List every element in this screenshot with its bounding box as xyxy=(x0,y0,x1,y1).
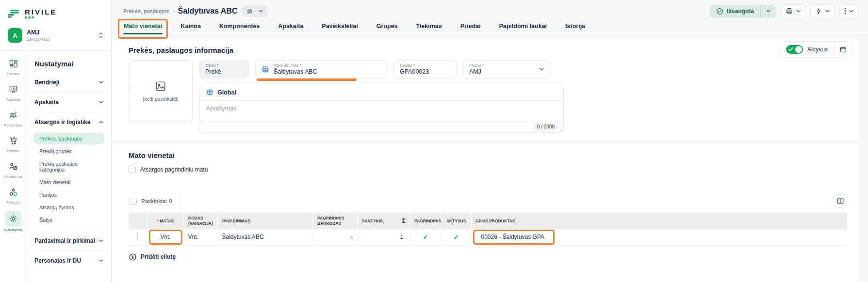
rail-item-personalas[interactable]: Personalas xyxy=(0,108,26,134)
fields-column: Tipas * Prekė Pavadinimas * Šaldytuvas A… xyxy=(199,60,564,133)
required-mark: * xyxy=(413,63,415,68)
pagrindinis-cell[interactable]: ✓ xyxy=(410,229,441,245)
column-settings-button[interactable] xyxy=(834,194,847,208)
rail-label: Personalas xyxy=(4,123,22,127)
image-icon xyxy=(155,80,166,92)
language-tab-global[interactable]: Global xyxy=(199,84,563,101)
menu-item-mato-vienetai[interactable]: Mato vienetai xyxy=(33,176,104,188)
tab-komponentes[interactable]: Komponentės xyxy=(219,22,260,34)
rail-label: Pardavimai xyxy=(4,174,22,179)
col-matas: *MATAS xyxy=(147,213,184,229)
select-all-checkbox[interactable] xyxy=(130,198,137,205)
chevron-down-icon xyxy=(849,10,853,13)
menu-group-bendrieji[interactable]: Bendrieji xyxy=(33,73,104,92)
menu-item-partijos[interactable]: Partijos xyxy=(33,189,104,201)
rail-item-apskaita[interactable]: Apskaita xyxy=(0,82,26,108)
counter-row: 0 / 2000 xyxy=(199,121,563,132)
menu-item-atsargu-zymos[interactable]: Atsargų žymos xyxy=(33,202,104,213)
toggle-knob xyxy=(795,46,802,53)
divider xyxy=(180,195,181,207)
report-board-icon xyxy=(5,82,21,96)
aktyvus-cell[interactable]: ✓ xyxy=(441,229,471,245)
col-pavadinimas: PAVADINIMAS xyxy=(218,213,313,229)
info-body: Įkelti paveikslėlį Tipas * Prekė Pa xyxy=(129,60,847,133)
menu-item-salys[interactable]: Šalys xyxy=(33,214,104,226)
chevron-down-icon xyxy=(540,68,544,71)
calendar-button[interactable] xyxy=(834,42,852,57)
description-textarea[interactable]: Aprašymas xyxy=(199,101,563,121)
pavadinimas-cell[interactable]: Šaldytuvas ABC xyxy=(218,229,313,245)
required-mark: * xyxy=(300,63,302,68)
image-upload-dropzone[interactable]: Įkelti paveikslėlį xyxy=(129,60,193,122)
saved-split-button[interactable]: Išsaugota xyxy=(710,5,776,18)
menu-group-label: Bendrieji xyxy=(34,79,59,86)
rail-item-nustatymai[interactable]: Nustatymai xyxy=(0,211,26,236)
tab-papildomi-laukai[interactable]: Papildomi laukai xyxy=(498,22,547,34)
menu-item-prekiu-apskaitos-kategorijos[interactable]: Prekių apskaitos kategorijos xyxy=(33,158,104,175)
tab-paveiksleliai[interactable]: Paveikslėliai xyxy=(321,22,358,34)
tab-istorija[interactable]: Istorija xyxy=(565,22,586,34)
company-value: AMJ xyxy=(469,68,484,75)
tab-kainos[interactable]: Kainos xyxy=(180,22,201,34)
tab-priedai[interactable]: Priedai xyxy=(460,22,481,34)
title-view-dropdown[interactable]: - xyxy=(243,6,267,16)
tab-apskaita[interactable]: Apskaita xyxy=(278,22,304,34)
resize-handle[interactable] xyxy=(559,128,563,132)
rail-label: Pirkimai xyxy=(7,149,20,153)
saved-caret[interactable] xyxy=(760,5,776,18)
menu-group-pardavimai-pirkimai[interactable]: Pardavimai ir pirkimai xyxy=(33,231,104,251)
menu-group-atsargos-logistika[interactable]: Atsargos ir logistika xyxy=(33,112,104,132)
santykis-cell[interactable]: 1 xyxy=(358,229,410,245)
type-label: Tipas xyxy=(205,63,216,68)
rail-item-pradzia[interactable]: Pradžia xyxy=(0,57,26,82)
check-icon: ✓ xyxy=(423,234,428,241)
chevron-down-icon xyxy=(99,259,103,262)
menu-group-apskaita[interactable]: Apskaita xyxy=(33,93,104,112)
tab-mato-vienetai[interactable]: Mato vienetai xyxy=(123,22,163,34)
matas-cell[interactable]: Vnt. xyxy=(147,229,184,245)
actions-button[interactable] xyxy=(810,4,835,18)
toggle-on[interactable] xyxy=(786,45,803,54)
barcode-menu-icon[interactable]: ≡ xyxy=(350,234,354,241)
menu-group-personalas-du[interactable]: Personalas ir DU xyxy=(33,251,104,270)
add-row-button[interactable]: Pridėti eilutę xyxy=(129,253,176,261)
name-field[interactable]: Pavadinimas * Šaldytuvas ABC xyxy=(255,60,387,78)
company-select[interactable]: Įmonė * AMJ xyxy=(463,60,550,78)
col-gpais-produktas: GPAIS PRODUKTAS xyxy=(471,213,847,229)
dropdown-dash: - xyxy=(254,8,256,14)
saved-label: Išsaugota xyxy=(727,8,754,15)
table-row: Vnt. Vnt. Šaldytuvas ABC ≡ 1 ✓ ✓ 00026 -… xyxy=(129,229,847,245)
menu-item-prekes-paslaugos[interactable]: Prekės, paslaugos xyxy=(33,133,104,144)
code-field[interactable]: Kodas * GPA00023 xyxy=(393,60,457,78)
user-name: AMJ xyxy=(27,29,50,36)
rail-item-atsargos[interactable]: Atsargos xyxy=(0,185,26,211)
tab-tiekimas[interactable]: Tiekimas xyxy=(415,22,442,34)
gpais-cell[interactable]: 00026 - Šaldytuvas GPA xyxy=(471,229,847,245)
view-square-icon xyxy=(247,9,252,14)
kodas-cell[interactable]: Vnt. xyxy=(184,229,218,245)
more-menu-button[interactable] xyxy=(839,4,858,18)
chevron-down-icon xyxy=(766,10,770,13)
menu-item-prekiu-grupes[interactable]: Prekių grupės xyxy=(33,145,104,157)
barkodas-cell[interactable]: ≡ xyxy=(313,229,358,245)
breadcrumb-parent[interactable]: Prekės, paslaugos xyxy=(123,8,169,14)
company-label: Įmonė xyxy=(469,63,481,68)
main-unit-checkbox[interactable] xyxy=(129,166,136,173)
settings-menu: Nustatymai Bendrieji Apskaita Atsargos i… xyxy=(27,51,111,282)
gear-icon xyxy=(5,211,21,226)
brand-logo[interactable]: RIVILE ERP xyxy=(7,6,104,25)
check-circle-icon xyxy=(716,8,723,15)
units-card-title: Mato vienetai xyxy=(129,151,847,159)
user-switcher[interactable]: A AMJ SINGVAI13 xyxy=(7,25,104,47)
row-checkbox[interactable] xyxy=(137,233,138,241)
rail-label: Atsargos xyxy=(6,200,20,204)
rail-item-pardavimai[interactable]: Pardavimai xyxy=(0,159,26,185)
active-toggle[interactable]: Aktyvus xyxy=(780,42,834,57)
rail-item-pirkimai[interactable]: Pirkimai xyxy=(0,134,26,159)
chevron-down-icon xyxy=(99,81,103,84)
col-santykis: SANTYKISΣ xyxy=(358,213,410,229)
type-field[interactable]: Tipas * Prekė xyxy=(199,60,249,78)
main-unit-checkbox-label: Atsargos pagrindiniu matu xyxy=(140,166,208,173)
tab-grupes[interactable]: Grupės xyxy=(376,22,398,34)
print-button[interactable] xyxy=(781,4,805,18)
